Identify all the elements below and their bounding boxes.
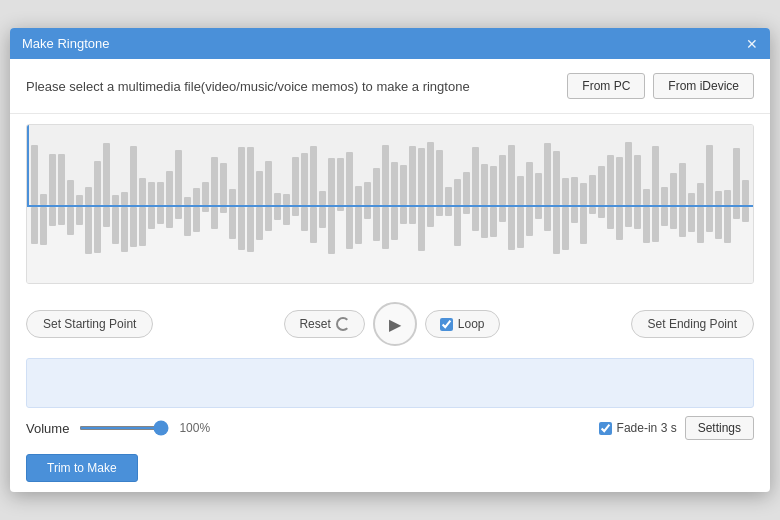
fade-label-text: Fade-in 3 s xyxy=(617,421,677,435)
wave-bars-bottom xyxy=(27,207,753,284)
info-bar xyxy=(26,358,754,408)
volume-slider[interactable] xyxy=(79,426,169,430)
wave-bars-top xyxy=(27,125,753,205)
make-ringtone-dialog: Make Ringtone ✕ Please select a multimed… xyxy=(10,28,770,492)
volume-label: Volume xyxy=(26,421,69,436)
playhead-line xyxy=(27,125,29,205)
from-pc-button[interactable]: From PC xyxy=(567,73,645,99)
settings-button[interactable]: Settings xyxy=(685,416,754,440)
volume-group: Volume 100% xyxy=(26,421,210,436)
set-ending-point-button[interactable]: Set Ending Point xyxy=(631,310,754,338)
close-button[interactable]: ✕ xyxy=(746,37,758,51)
loop-control[interactable]: Loop xyxy=(425,310,500,338)
fade-control[interactable]: Fade-in 3 s xyxy=(599,421,677,435)
waveform-container[interactable] xyxy=(26,124,754,284)
reset-icon xyxy=(336,317,350,331)
reset-label: Reset xyxy=(299,317,330,331)
fade-checkbox[interactable] xyxy=(599,422,612,435)
reset-button[interactable]: Reset xyxy=(284,310,364,338)
loop-checkbox[interactable] xyxy=(440,318,453,331)
footer-row: Trim to Make xyxy=(10,448,770,492)
bottom-row: Volume 100% Fade-in 3 s Settings xyxy=(10,408,770,448)
trim-button[interactable]: Trim to Make xyxy=(26,454,138,482)
toolbar-row: Please select a multimedia file(video/mu… xyxy=(10,59,770,114)
play-button[interactable]: ▶ xyxy=(373,302,417,346)
volume-percentage: 100% xyxy=(179,421,210,435)
waveform-top xyxy=(27,125,753,205)
waveform-bottom xyxy=(27,207,753,284)
playback-controls: Reset ▶ Loop xyxy=(284,302,499,346)
instruction-text: Please select a multimedia file(video/mu… xyxy=(26,79,470,94)
controls-row: Set Starting Point Reset ▶ Loop Set Endi… xyxy=(10,294,770,354)
dialog-title: Make Ringtone xyxy=(22,36,109,51)
from-idevice-button[interactable]: From iDevice xyxy=(653,73,754,99)
title-bar: Make Ringtone ✕ xyxy=(10,28,770,59)
set-starting-point-button[interactable]: Set Starting Point xyxy=(26,310,153,338)
play-icon: ▶ xyxy=(389,315,401,334)
loop-label-text: Loop xyxy=(458,317,485,331)
source-buttons: From PC From iDevice xyxy=(567,73,754,99)
right-controls: Fade-in 3 s Settings xyxy=(599,416,754,440)
